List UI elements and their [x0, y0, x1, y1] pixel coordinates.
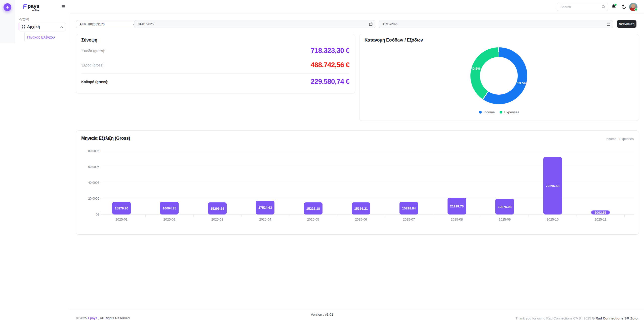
bar-value-label: 15336.21: [354, 206, 368, 210]
x-axis-label: 2025-03: [193, 218, 241, 221]
calendar-icon[interactable]: [607, 22, 611, 27]
afm-selected-value: AFM: 802053170: [79, 22, 105, 26]
calendar-icon[interactable]: [369, 22, 373, 27]
sidebar-item-label: Αρχική: [27, 24, 40, 29]
bar-2025-05[interactable]: 15223.18: [304, 202, 323, 214]
bar-2025-04[interactable]: 17524.63: [256, 201, 274, 214]
monthly-chart-title: Μηνιαία Εξέλιξη (Gross): [81, 136, 130, 141]
monthly-chart-subtitle: Income - Expenses: [606, 137, 634, 141]
add-fab-button[interactable]: +: [4, 3, 11, 11]
legend-dot: [500, 111, 502, 114]
user-avatar[interactable]: [629, 3, 637, 11]
x-axis-label: 2025-01: [98, 218, 145, 221]
bar-2025-08[interactable]: 21219.76: [448, 198, 466, 214]
x-axis-tick: [481, 214, 481, 217]
bar-value-label: 19876.98: [498, 205, 511, 208]
legend-label: Expenses: [504, 110, 519, 114]
bar-value-label: 16094.85: [163, 206, 176, 210]
sidebar-item-home[interactable]: Αρχική: [19, 22, 66, 31]
dashboard-grid-icon: [22, 25, 25, 29]
net-value: 229.580,74 €: [311, 78, 349, 85]
date-to-input[interactable]: [382, 20, 558, 28]
brand-logo[interactable]: F pays online: [23, 3, 39, 12]
bar-value-label: 15223.18: [306, 207, 320, 210]
submenu-indent-line: [24, 33, 25, 41]
bar-value-label: 15828.84: [402, 206, 416, 210]
legend-label: Income: [484, 110, 495, 114]
x-axis-tick: [433, 214, 433, 217]
logo-name: pays: [28, 3, 39, 9]
bar-value-label: 5003.56: [595, 211, 607, 214]
donut-slice-label: 40.5%: [471, 67, 480, 70]
sidebar-subitem-control-panel[interactable]: Πίνακας Ελέγχου: [27, 35, 55, 39]
search-icon[interactable]: [601, 5, 606, 10]
footer-divider: [70, 310, 644, 310]
income-value: 718.323,30 €: [311, 47, 349, 54]
x-axis-label: 2025-11: [577, 218, 624, 221]
donut-hole: [480, 57, 518, 95]
logo-f-icon: F: [23, 3, 27, 10]
y-axis-tick: 60.000€: [80, 165, 99, 169]
x-axis-label: 2025-05: [289, 218, 337, 221]
x-axis-label: 2025-07: [385, 218, 433, 221]
x-axis-label: 2025-02: [145, 218, 193, 221]
bar-2025-07[interactable]: 15828.84: [399, 202, 418, 214]
x-axis-tick: [193, 214, 194, 217]
legend-dot: [479, 111, 482, 114]
dark-mode-moon-icon[interactable]: [621, 4, 627, 10]
x-axis-tick: [98, 214, 98, 217]
date-from-field: [134, 20, 375, 28]
x-axis-tick: [337, 214, 337, 217]
bar-2025-01[interactable]: 15879.86: [112, 202, 131, 214]
bar-2025-11[interactable]: 5003.56: [591, 210, 610, 214]
bar-2025-10[interactable]: 72296.63: [543, 157, 562, 214]
donut-legend: IncomeExpenses: [359, 110, 639, 114]
footer-cms-credit: Thank you for using Rad Connections CMS …: [515, 316, 638, 320]
x-axis-label: 2025-10: [529, 218, 577, 221]
afm-select[interactable]: AFM: 802053170: [76, 20, 139, 28]
bar-2025-06[interactable]: 15336.21: [352, 202, 370, 214]
cms-credit-gray: Thank you for using Rad Connections CMS …: [515, 316, 592, 320]
y-axis-tick: 20.000€: [80, 197, 99, 200]
footer-copyright: © 2025 Fpays , All Rights Reserved: [76, 316, 130, 320]
donut-slice-label: 59.5%: [517, 81, 527, 85]
y-axis-tick: 40.000€: [80, 181, 99, 185]
distribution-card: Κατανομή Εσόδων / Εξόδων 59.5%40.5% Inco…: [359, 34, 639, 121]
plus-icon: +: [6, 5, 9, 10]
distribution-title: Κατανομή Εσόδων / Εξόδων: [365, 38, 423, 43]
bar-value-label: 15879.86: [115, 206, 128, 210]
y-axis-tick: 80.000€: [80, 149, 99, 153]
sidebar-collapse-icon[interactable]: [62, 5, 65, 9]
date-from-input[interactable]: [137, 20, 319, 28]
search-box: [557, 3, 608, 11]
bar-value-label: 21219.76: [450, 204, 464, 208]
x-axis-tick: [289, 214, 289, 217]
copyright-suffix: , All Rights Reserved: [97, 316, 130, 320]
bar-value-label: 72296.63: [546, 184, 559, 188]
bar-value-label: 17524.63: [258, 206, 272, 209]
x-axis-tick: [145, 214, 146, 217]
bar-2025-03[interactable]: 15296.24: [208, 202, 227, 214]
gridline: [101, 214, 634, 215]
y-axis-tick: 0€: [80, 213, 99, 216]
active-accent-bar: [19, 23, 19, 30]
legend-item-income[interactable]: Income: [479, 110, 495, 114]
date-to-field: [379, 20, 613, 28]
x-axis-label: 2025-04: [241, 218, 289, 221]
x-axis-tick: [577, 214, 577, 217]
x-axis-label: 2025-06: [337, 218, 385, 221]
search-input[interactable]: [560, 3, 600, 11]
bar-2025-09[interactable]: 19876.98: [495, 199, 514, 214]
summary-divider: [81, 74, 349, 74]
footer-version: Version : v1.01: [0, 313, 644, 316]
income-label: Έσοδα (gross):: [81, 49, 105, 53]
summary-title: Σύνοψη: [81, 38, 97, 43]
notifications-bell-icon[interactable]: [611, 4, 617, 10]
bar-2025-02[interactable]: 16094.85: [160, 202, 179, 214]
fpays-link[interactable]: Fpays: [88, 316, 97, 320]
cms-credit-dark: © Rad Connections SP. Zo.o.: [592, 316, 638, 320]
net-label: Καθαρό (gross):: [81, 80, 108, 84]
refresh-button[interactable]: Ανανέωση: [617, 20, 636, 28]
legend-item-expenses[interactable]: Expenses: [500, 110, 519, 114]
monthly-chart-card: Μηνιαία Εξέλιξη (Gross) Income - Expense…: [76, 130, 639, 235]
